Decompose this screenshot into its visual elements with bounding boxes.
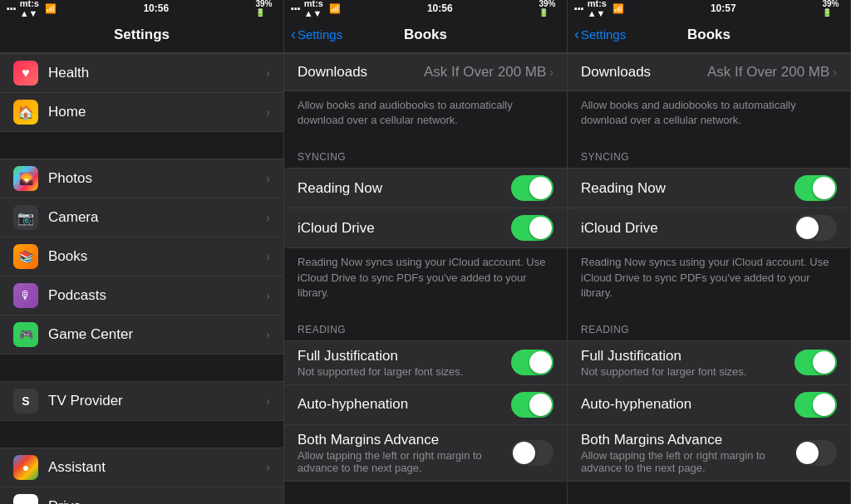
auto-hyphenation-label-mid: Auto-hyphenation — [298, 396, 408, 412]
drive-chevron: › — [266, 500, 270, 504]
sidebar-item-camera[interactable]: 📷 Camera › — [0, 198, 283, 237]
sidebar-item-home[interactable]: 🏠 Home › — [0, 93, 283, 131]
auto-hyphenation-row-right[interactable]: Auto-hyphenation — [568, 385, 850, 425]
full-justification-label-right: Full Justification — [581, 348, 681, 364]
reading-now-toggle-mid[interactable] — [511, 175, 553, 201]
both-margins-toggle-right[interactable] — [794, 440, 837, 466]
both-margins-label-right: Both Margins Advance — [581, 432, 722, 448]
photos-icon: 🌄 — [13, 166, 38, 191]
separator-right — [568, 482, 850, 504]
reading-now-row-mid[interactable]: Reading Now — [284, 169, 567, 208]
drive-icon: ▲ — [13, 494, 38, 504]
full-justification-row-mid[interactable]: Full Justification Not supported for lar… — [284, 341, 567, 385]
both-margins-toggle-mid[interactable] — [511, 440, 553, 466]
icloud-drive-toggle-mid[interactable] — [511, 215, 553, 241]
assistant-icon: ● — [13, 455, 38, 480]
full-justification-toggle-right[interactable] — [794, 350, 837, 375]
camera-label: Camera — [48, 209, 256, 226]
both-margins-label-mid: Both Margins Advance — [298, 432, 439, 448]
battery-mid: 39% 🔋 — [539, 0, 560, 17]
home-label: Home — [48, 104, 256, 120]
back-button-right[interactable]: ‹ Settings — [574, 26, 626, 43]
downloads-desc-right: Allow books and audiobooks to automatica… — [568, 91, 850, 138]
auto-hyphenation-row-mid[interactable]: Auto-hyphenation — [284, 385, 567, 425]
home-chevron: › — [266, 105, 270, 119]
books-panel-right: ▪▪▪ mt:s ▲▼ 📶 10:57 39% 🔋 ‹ Settings Boo… — [568, 0, 851, 504]
gamecenter-chevron: › — [266, 328, 270, 341]
reading-section-label-mid: READING — [284, 311, 567, 340]
settings-title: Settings — [114, 27, 170, 43]
home-icon: 🏠 — [13, 100, 38, 125]
icloud-drive-toggle-right[interactable] — [794, 215, 837, 241]
podcasts-icon: 🎙 — [13, 283, 38, 308]
downloads-group-right: Downloads Ask If Over 200 MB › — [568, 53, 850, 91]
health-icon: ♥ — [13, 61, 38, 86]
health-chevron: › — [266, 66, 270, 80]
reading-group-mid: Full Justification Not supported for lar… — [284, 340, 567, 482]
full-justification-sublabel-right: Not supported for larger font sizes. — [581, 365, 788, 378]
reading-section-label-right: READING — [568, 311, 850, 340]
apps-group: ● Assistant › ▲ Drive › G Gboard › — [0, 448, 283, 504]
sidebar-item-books[interactable]: 📚 Books › — [0, 237, 283, 276]
health-label: Health — [48, 65, 256, 81]
syncing-group-right: Reading Now iCloud Drive — [568, 168, 850, 248]
sidebar-item-assistant[interactable]: ● Assistant › — [0, 448, 283, 487]
assistant-chevron: › — [266, 461, 270, 474]
icloud-drive-row-right[interactable]: iCloud Drive — [568, 208, 850, 247]
tv-group: S TV Provider › — [0, 381, 283, 421]
books-label: Books — [48, 248, 256, 265]
full-justification-label-mid: Full Justification — [298, 348, 398, 364]
settings-scroll[interactable]: ♥ Health › 🏠 Home › 🌄 Photos › — [0, 53, 283, 504]
downloads-row-mid[interactable]: Downloads Ask If Over 200 MB › — [284, 54, 567, 91]
health-home-group: ♥ Health › 🏠 Home › — [0, 53, 283, 132]
downloads-value-right: Ask If Over 200 MB › — [707, 64, 837, 81]
reading-now-label-right: Reading Now — [581, 180, 666, 196]
sidebar-item-gamecenter[interactable]: 🎮 Game Center › — [0, 316, 283, 354]
full-justification-row-right[interactable]: Full Justification Not supported for lar… — [568, 341, 850, 385]
reading-group-right: Full Justification Not supported for lar… — [568, 340, 850, 482]
separator-mid — [284, 482, 567, 504]
sidebar-item-podcasts[interactable]: 🎙 Podcasts › — [0, 276, 283, 316]
reading-now-toggle-right[interactable] — [794, 175, 837, 201]
sidebar-item-health[interactable]: ♥ Health › — [0, 54, 283, 93]
settings-panel: ▪▪▪ mt:s ▲▼ 📶 10:56 39% 🔋 Settings ♥ Hea… — [0, 0, 284, 504]
both-margins-row-mid[interactable]: Both Margins Advance Allow tapping the l… — [284, 425, 567, 481]
syncing-desc-mid: Reading Now syncs using your iCloud acco… — [284, 248, 567, 311]
reading-now-label-mid: Reading Now — [298, 180, 382, 196]
camera-chevron: › — [266, 211, 270, 224]
books-title-right: Books — [687, 27, 730, 43]
settings-nav-header: Settings — [0, 17, 283, 53]
sidebar-item-photos[interactable]: 🌄 Photos › — [0, 159, 283, 198]
books-scroll-right[interactable]: Downloads Ask If Over 200 MB › Allow boo… — [568, 53, 850, 504]
reading-now-row-right[interactable]: Reading Now — [568, 169, 850, 208]
downloads-label-right: Downloads — [581, 64, 651, 80]
sidebar-item-tvprovider[interactable]: S TV Provider › — [0, 382, 283, 420]
back-chevron-right: ‹ — [574, 26, 579, 43]
books-scroll-mid[interactable]: Downloads Ask If Over 200 MB › Allow boo… — [284, 53, 567, 504]
both-margins-row-right[interactable]: Both Margins Advance Allow tapping the l… — [568, 425, 850, 481]
icloud-drive-row-mid[interactable]: iCloud Drive — [284, 208, 567, 247]
toggle-knob — [529, 217, 552, 239]
icloud-drive-label-right: iCloud Drive — [581, 220, 658, 236]
status-signal-right: ▪▪▪ mt:s ▲▼ 📶 — [574, 0, 624, 18]
separator2 — [0, 355, 283, 381]
auto-hyphenation-toggle-right[interactable] — [794, 392, 837, 418]
time-left: 10:56 — [143, 2, 169, 14]
auto-hyphenation-toggle-mid[interactable] — [511, 392, 553, 418]
downloads-group-mid: Downloads Ask If Over 200 MB › — [284, 53, 567, 91]
full-justification-toggle-mid[interactable] — [511, 350, 553, 375]
separator3 — [0, 421, 283, 448]
tvprovider-icon: S — [13, 389, 38, 413]
status-signal-mid: ▪▪▪ mt:s ▲▼ 📶 — [291, 0, 341, 18]
sidebar-item-drive[interactable]: ▲ Drive › — [0, 487, 283, 504]
downloads-row-right[interactable]: Downloads Ask If Over 200 MB › — [568, 54, 850, 91]
podcasts-chevron: › — [266, 289, 270, 302]
both-margins-sublabel-right: Allow tapping the left or right margin t… — [581, 449, 788, 474]
photos-chevron: › — [266, 172, 270, 185]
syncing-desc-right: Reading Now syncs using your iCloud acco… — [568, 248, 850, 311]
status-bar-left: ▪▪▪ mt:s ▲▼ 📶 10:56 39% 🔋 — [0, 0, 283, 17]
back-button-mid[interactable]: ‹ Settings — [291, 26, 342, 43]
camera-icon: 📷 — [13, 205, 38, 230]
tvprovider-label: TV Provider — [48, 393, 256, 409]
books-chevron: › — [266, 250, 270, 263]
